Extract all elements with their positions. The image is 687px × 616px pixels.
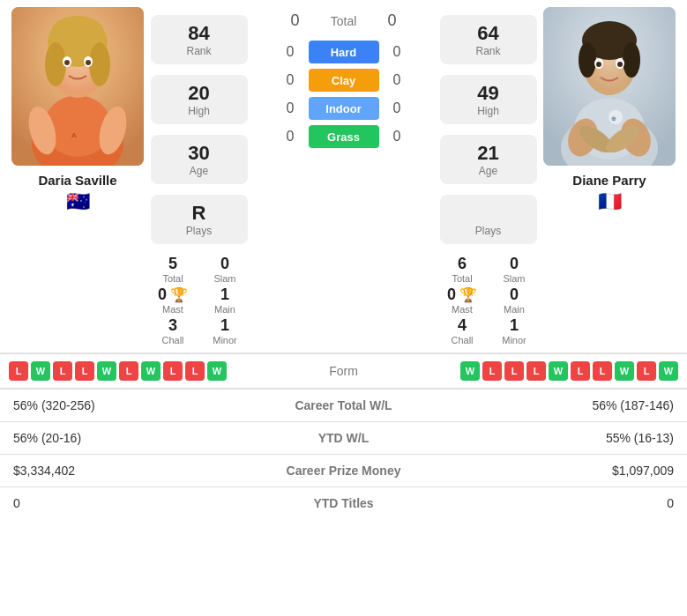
left-rank-val: 84	[161, 22, 237, 45]
left-age-label: Age	[161, 165, 237, 177]
right-main-stat: 0 Main	[492, 286, 537, 315]
left-mast-val: 0 🏆	[151, 286, 196, 304]
form-badge-8: L	[185, 361, 205, 381]
table-row: 56% (20-16) YTD W/L 55% (16-13)	[0, 422, 687, 455]
left-player-flag: 🇦🇺	[66, 190, 90, 213]
stat-left-1: 56% (20-16)	[0, 422, 220, 455]
surface-row-hard: 0 Hard 0	[280, 41, 408, 63]
right-chall-stat: 4 Chall	[440, 316, 485, 345]
svg-point-14	[86, 60, 91, 65]
total-right-score: 0	[379, 11, 406, 30]
right-slam-val: 0	[492, 255, 537, 273]
surface-badge-hard: Hard	[309, 41, 379, 63]
right-form-badges: WLLLWLLWLW	[397, 361, 679, 381]
svg-point-10	[51, 16, 104, 48]
form-badge-3: L	[526, 361, 546, 381]
table-row: $3,334,402 Career Prize Money $1,097,009	[0, 455, 687, 487]
stat-center-1: YTD W/L	[220, 422, 467, 455]
left-chall-val: 3	[151, 316, 196, 335]
stat-center-3: YTD Titles	[220, 487, 467, 520]
stat-right-0: 56% (187-146)	[467, 390, 687, 422]
surface-badge-clay: Clay	[309, 69, 379, 92]
stat-right-1: 55% (16-13)	[467, 422, 687, 455]
svg-point-26	[579, 42, 596, 78]
surface-right-indoor: 0	[386, 100, 408, 116]
left-mast-label: Mast	[151, 304, 196, 315]
left-mast-stat: 0 🏆 Mast	[151, 286, 196, 315]
left-plays-val: R	[161, 202, 237, 225]
right-grid-stats: 6 Total 0 Slam 0 🏆 Mast 0 Main	[440, 255, 537, 345]
total-label: Total	[317, 14, 370, 28]
right-player-flag: 🇫🇷	[598, 190, 622, 213]
left-slam-val: 0	[203, 255, 248, 273]
left-player-photo: A	[11, 7, 144, 166]
right-slam-stat: 0 Slam	[492, 255, 537, 284]
left-total-label: Total	[151, 273, 196, 284]
surface-badge-grass: Grass	[309, 125, 379, 148]
form-badge-6: W	[141, 361, 161, 381]
right-age-label: Age	[451, 165, 526, 177]
right-mast-val: 0 🏆	[440, 286, 485, 304]
svg-point-9	[89, 42, 110, 86]
form-badge-9: W	[659, 361, 678, 381]
right-minor-label: Minor	[492, 335, 537, 345]
surface-right-hard: 0	[386, 44, 408, 60]
form-badge-1: W	[31, 361, 50, 381]
total-row: 0 Total 0	[282, 11, 406, 30]
surface-left-indoor: 0	[280, 100, 302, 116]
svg-point-27	[623, 42, 640, 78]
left-chall-label: Chall	[151, 335, 196, 345]
left-rank-label: Rank	[161, 45, 237, 57]
form-badge-1: L	[482, 361, 502, 381]
svg-point-8	[45, 42, 66, 86]
form-section: LWLLWLWLLW Form WLLLWLLWLW	[0, 353, 687, 388]
right-trophy-icon: 🏆	[459, 286, 477, 303]
main-container: A Daria Saville 🇦🇺 84 Rank 20 High 30 Ag…	[0, 0, 687, 519]
form-badge-2: L	[504, 361, 524, 381]
left-minor-stat: 1 Minor	[203, 316, 248, 345]
surface-row-clay: 0 Clay 0	[280, 69, 408, 92]
form-badge-0: W	[460, 361, 480, 381]
surface-row-grass: 0 Grass 0	[280, 125, 408, 148]
table-row: 0 YTD Titles 0	[0, 487, 687, 520]
right-total-label: Total	[440, 273, 485, 284]
svg-text:⊕: ⊕	[611, 115, 616, 122]
right-main-label: Main	[492, 304, 537, 315]
stat-center-2: Career Prize Money	[220, 455, 467, 487]
left-minor-val: 1	[203, 316, 248, 335]
left-minor-label: Minor	[203, 335, 248, 345]
table-row: 56% (320-256) Career Total W/L 56% (187-…	[0, 390, 687, 422]
stat-left-2: $3,334,402	[0, 455, 220, 487]
right-rank-card: 64 Rank	[440, 15, 537, 64]
right-mast-label: Mast	[440, 304, 485, 315]
right-age-card: 21 Age	[440, 135, 537, 184]
form-badge-9: W	[207, 361, 227, 381]
right-player-name: Diane Parry	[572, 173, 646, 188]
surface-right-clay: 0	[386, 72, 408, 88]
right-age-val: 21	[451, 142, 526, 165]
left-plays-card: R Plays	[151, 195, 248, 244]
form-badge-2: L	[53, 361, 72, 381]
form-badge-8: L	[637, 361, 656, 381]
left-plays-label: Plays	[161, 225, 237, 237]
right-high-val: 49	[451, 82, 526, 105]
left-slam-stat: 0 Slam	[203, 255, 248, 284]
right-plays-val	[451, 202, 526, 225]
surface-left-grass: 0	[280, 129, 302, 145]
right-chall-label: Chall	[440, 335, 485, 345]
surface-right-grass: 0	[386, 129, 408, 145]
stat-right-2: $1,097,009	[467, 455, 687, 487]
right-rank-val: 64	[451, 22, 526, 45]
stat-left-3: 0	[0, 487, 220, 520]
right-chall-val: 4	[440, 316, 485, 335]
right-plays-label: Plays	[451, 225, 526, 237]
form-badge-5: L	[571, 361, 590, 381]
right-high-label: High	[451, 105, 526, 117]
left-player-column: A Daria Saville 🇦🇺	[7, 7, 148, 345]
form-badge-6: L	[593, 361, 612, 381]
right-plays-card: Plays	[440, 195, 537, 244]
top-section: A Daria Saville 🇦🇺 84 Rank 20 High 30 Ag…	[0, 0, 687, 353]
left-high-val: 20	[161, 82, 237, 105]
form-badge-0: L	[9, 361, 28, 381]
left-stats-column: 84 Rank 20 High 30 Age R Plays 5	[148, 7, 250, 345]
